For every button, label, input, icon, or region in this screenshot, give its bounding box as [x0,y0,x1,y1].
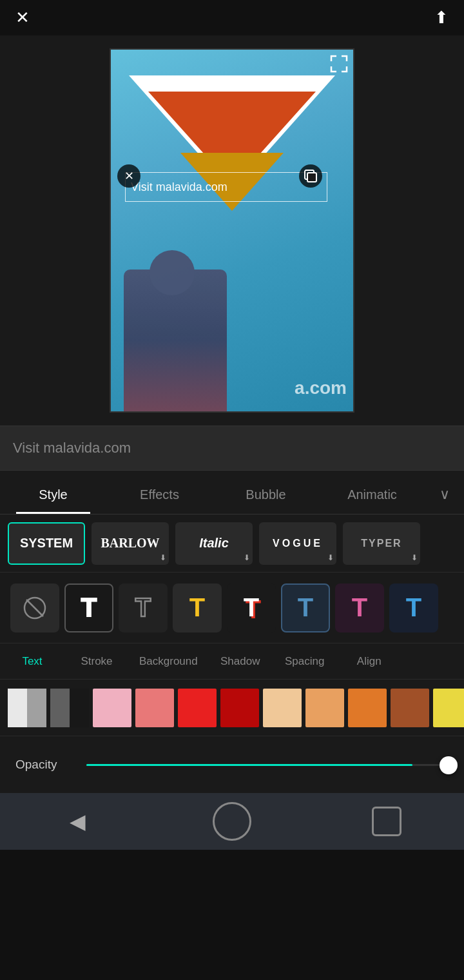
fullscreen-button[interactable] [330,55,348,77]
canvas-image[interactable]: a.com ✕ Visit malavida.com [110,48,354,413]
opacity-slider-fill [86,764,412,766]
color-swatch-yellow[interactable] [433,689,464,727]
color-swatch-pink-light[interactable] [93,689,131,727]
text-duplicate-button[interactable] [299,164,322,188]
opacity-label: Opacity [15,758,73,772]
text-style-blue[interactable]: T [389,583,438,632]
color-swatch-brown[interactable] [391,689,429,727]
bottom-nav: ◀ [0,793,464,850]
color-swatch-dark-gray[interactable] [50,689,89,727]
sub-tab-spacing[interactable]: Spacing [273,643,337,680]
svg-line-3 [26,600,43,616]
font-chip-barlow[interactable]: BARLOW ⬇ [92,522,169,565]
tab-bar: Style Effects Bubble Animatic ∨ [0,471,464,514]
recent-square-icon [372,807,401,836]
color-swatch-orange-light[interactable] [305,689,344,727]
font-style-row: SYSTEM BARLOW ⬇ Italic ⬇ VOGUE ⬇ TYPER ⬇ [0,514,464,573]
text-delete-button[interactable]: ✕ [117,164,140,188]
download-icon: ⬇ [244,553,250,562]
text-style-none[interactable] [10,583,59,632]
font-chip-system[interactable]: SYSTEM [8,522,85,565]
color-swatch-peach[interactable] [263,689,302,727]
sub-tab-align[interactable]: Align [337,643,401,680]
chevron-down-icon: ∨ [440,486,450,503]
share-icon[interactable]: ⬆ [434,8,449,28]
text-style-pink[interactable]: T [335,583,384,632]
font-chip-typer[interactable]: TYPER ⬇ [343,522,420,565]
text-style-dark-outline[interactable]: T [119,583,168,632]
overlay-text: Visit malavida.com [131,181,227,194]
nav-home-button[interactable] [206,796,258,847]
color-swatch-white-gray[interactable] [8,689,46,727]
opacity-slider-thumb[interactable] [440,756,458,774]
svg-rect-1 [307,173,316,182]
font-chip-label: BARLOW [101,536,159,551]
font-chip-label: Italic [199,536,229,551]
font-chip-label: VOGUE [273,538,323,549]
person-silhouette [124,270,227,411]
text-style-blue-outline[interactable]: T [281,583,330,632]
watermark-text: a.com [295,378,347,398]
color-row [0,680,464,736]
text-input[interactable] [13,440,451,456]
download-icon: ⬇ [411,553,418,562]
color-swatch-dark-red[interactable] [220,689,259,727]
sub-tab-text[interactable]: Text [0,643,64,680]
text-style-icons-row: T T T T T T T [0,573,464,643]
font-chip-italic[interactable]: Italic ⬇ [175,522,253,565]
tab-animatic[interactable]: Animatic [319,475,425,514]
tab-effects[interactable]: Effects [106,475,213,514]
top-bar: ✕ ⬆ [0,0,464,35]
sub-tab-stroke[interactable]: Stroke [64,643,129,680]
sub-tab-shadow[interactable]: Shadow [208,643,273,680]
text-style-red-white[interactable]: T [227,583,276,632]
opacity-slider[interactable] [86,764,449,766]
color-swatch-salmon[interactable] [135,689,174,727]
opacity-row: Opacity [0,736,464,793]
font-chip-label: TYPER [361,538,401,549]
color-swatch-orange[interactable] [348,689,387,727]
text-overlay[interactable]: Visit malavida.com [125,172,327,202]
color-swatch-red[interactable] [178,689,217,727]
nav-back-button[interactable]: ◀ [52,796,103,847]
text-style-yellow[interactable]: T [173,583,222,632]
close-icon[interactable]: ✕ [15,8,30,28]
nav-recent-button[interactable] [361,796,412,847]
font-chip-label: SYSTEM [20,536,73,551]
canvas-area: a.com ✕ Visit malavida.com [0,35,464,426]
tab-more-button[interactable]: ∨ [425,475,464,514]
sub-tab-background[interactable]: Background [129,643,208,680]
text-input-area [0,426,464,471]
text-style-white-outline[interactable]: T [64,583,113,632]
tab-bubble[interactable]: Bubble [213,475,319,514]
download-icon: ⬇ [160,553,166,562]
sub-tab-bar: Text Stroke Background Shadow Spacing Al… [0,643,464,680]
download-icon: ⬇ [327,553,334,562]
font-chip-vogue[interactable]: VOGUE ⬇ [259,522,336,565]
home-circle-icon [213,802,251,841]
back-icon: ◀ [70,809,86,834]
tab-style[interactable]: Style [0,475,106,514]
